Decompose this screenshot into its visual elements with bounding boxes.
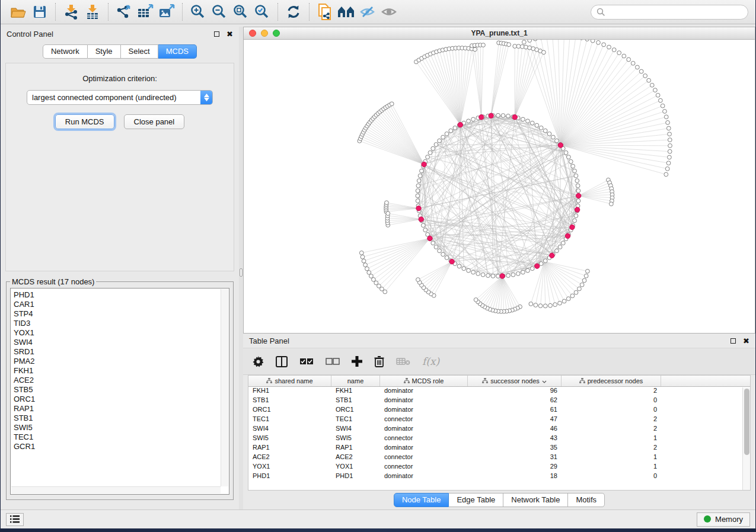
add-column-button[interactable] [352, 356, 362, 367]
table-cell: 1 [562, 453, 661, 463]
export-network-button[interactable] [113, 2, 135, 21]
status-bar: Memory [1, 509, 755, 528]
deselect-all-columns-button[interactable] [326, 358, 340, 365]
save-session-button[interactable] [29, 2, 50, 21]
tab-mcds[interactable]: MCDS [158, 44, 197, 59]
mcds-result-item[interactable]: ORC1 [14, 395, 218, 404]
minimize-window-icon[interactable] [261, 30, 268, 37]
column-header-successor-nodes[interactable]: successor nodes [468, 376, 562, 386]
panel-splitter[interactable] [239, 27, 243, 509]
mcds-result-item[interactable]: STP4 [14, 309, 218, 319]
mcds-result-item[interactable]: STB5 [14, 385, 218, 395]
result-list-vertical-scrollbar[interactable] [221, 289, 228, 486]
show-columns-button[interactable] [276, 356, 288, 367]
table-cell [661, 415, 750, 425]
column-header-predecessor-nodes[interactable]: predecessor nodes [562, 376, 661, 386]
mcds-result-item[interactable]: SWI5 [14, 423, 218, 432]
table-row[interactable]: FKH1FKH1dominator962 [248, 387, 750, 396]
run-mcds-button[interactable]: Run MCDS [55, 114, 114, 129]
float-panel-icon[interactable] [731, 338, 736, 344]
mcds-result-list[interactable]: PHD1CAR1STP4TID3YOX1SWI4SRD1PMA2FKH1ACE2… [10, 288, 229, 495]
share-network-file-button[interactable] [314, 2, 336, 21]
tab-motifs[interactable]: Motifs [568, 493, 605, 507]
tab-select[interactable]: Select [121, 44, 158, 59]
mcds-result-item[interactable]: ACE2 [14, 376, 218, 385]
delete-table-button[interactable] [396, 357, 410, 366]
close-panel-button[interactable]: Close panel [124, 114, 185, 129]
first-neighbors-button[interactable] [336, 2, 357, 21]
table-row[interactable]: ORC1ORC1dominator610 [248, 406, 750, 415]
table-cell: 2 [562, 387, 661, 396]
tab-network-table[interactable]: Network Table [503, 493, 568, 507]
column-header-mcds-role[interactable]: MCDS role [380, 376, 468, 386]
table-row[interactable]: SWI5SWI5connector431 [248, 434, 750, 444]
show-panels-button[interactable] [6, 513, 24, 526]
network-view-titlebar[interactable]: YPA_prune.txt_1 [244, 27, 755, 40]
mcds-result-item[interactable]: STB1 [14, 414, 218, 423]
mcds-result-item[interactable]: FKH1 [14, 366, 218, 376]
maximize-window-icon[interactable] [273, 30, 280, 37]
column-header-shared-name[interactable]: shared name [248, 376, 331, 386]
table-vertical-scrollbar[interactable] [742, 387, 750, 490]
column-header-name[interactable]: name [331, 376, 380, 386]
list-icon [10, 515, 20, 523]
mcds-result-item[interactable]: RAP1 [14, 404, 218, 414]
table-options-button[interactable] [253, 356, 264, 367]
import-table-icon [85, 4, 100, 20]
memory-button[interactable]: Memory [697, 512, 750, 527]
table-cell: 61 [468, 406, 562, 415]
close-panel-icon[interactable]: ✖ [227, 30, 233, 38]
result-list-horizontal-scrollbar[interactable] [11, 486, 221, 493]
table-row[interactable]: PHD1PHD1dominator180 [248, 472, 750, 482]
mcds-result-item[interactable]: SRD1 [14, 347, 218, 357]
scrollbar-thumb[interactable] [744, 389, 749, 455]
zoom-in-button[interactable] [187, 2, 209, 21]
table-row[interactable]: YOX1YOX1connector291 [248, 463, 750, 472]
table-row[interactable]: ACE2ACE2connector311 [248, 453, 750, 463]
function-builder-button[interactable]: f(x) [422, 355, 439, 367]
close-window-icon[interactable] [249, 30, 256, 37]
mcds-result-item[interactable]: CAR1 [14, 300, 218, 309]
table-row[interactable]: SWI4SWI4dominator462 [248, 425, 750, 434]
tab-network[interactable]: Network [43, 44, 88, 59]
close-panel-icon[interactable]: ✖ [743, 337, 749, 345]
tab-node-table[interactable]: Node Table [394, 493, 449, 507]
mcds-result-item[interactable]: TID3 [14, 319, 218, 328]
float-panel-icon[interactable] [214, 31, 219, 37]
export-image-button[interactable] [156, 2, 177, 21]
select-all-columns-button[interactable] [299, 358, 314, 365]
tab-edge-table[interactable]: Edge Table [449, 493, 503, 507]
export-table-button[interactable] [135, 2, 156, 21]
zoom-selected-button[interactable] [251, 2, 273, 21]
search-box[interactable] [591, 5, 748, 20]
mcds-result-item[interactable]: SWI4 [14, 338, 218, 347]
mcds-result-item[interactable]: YOX1 [14, 328, 218, 338]
table-row[interactable]: RAP1RAP1dominator352 [248, 444, 750, 453]
open-session-button[interactable] [8, 2, 29, 21]
network-canvas[interactable] [244, 40, 755, 333]
mcds-result-item[interactable]: PHD1 [14, 290, 218, 300]
zoom-out-button[interactable] [209, 2, 230, 21]
import-table-button[interactable] [82, 2, 103, 21]
table-cell: 0 [562, 472, 661, 482]
tab-style[interactable]: Style [88, 44, 121, 59]
splitter-handle-icon[interactable] [240, 268, 243, 277]
eye-icon [381, 5, 397, 18]
delete-column-button[interactable] [374, 355, 384, 367]
refresh-network-button[interactable] [283, 2, 304, 21]
hide-selected-button[interactable] [357, 2, 378, 21]
mcds-result-item[interactable]: TEC1 [14, 432, 218, 442]
mcds-result-item[interactable]: GCR1 [14, 442, 218, 451]
table-row[interactable]: STB1STB1dominator620 [248, 396, 750, 406]
table-cell: dominator [380, 396, 468, 406]
network-graph[interactable] [244, 40, 755, 333]
search-input[interactable] [609, 8, 742, 17]
import-network-button[interactable] [60, 2, 82, 21]
show-all-button[interactable] [378, 2, 400, 21]
zoom-fit-button[interactable] [230, 2, 251, 21]
mcds-result-item[interactable]: PMA2 [14, 357, 218, 366]
table-row[interactable]: TEC1TEC1connector472 [248, 415, 750, 425]
export-image-icon [158, 4, 175, 20]
control-panel-titlebar: Control Panel ✖ [1, 27, 239, 41]
criterion-dropdown[interactable]: largest connected component (undirected) [27, 90, 213, 105]
